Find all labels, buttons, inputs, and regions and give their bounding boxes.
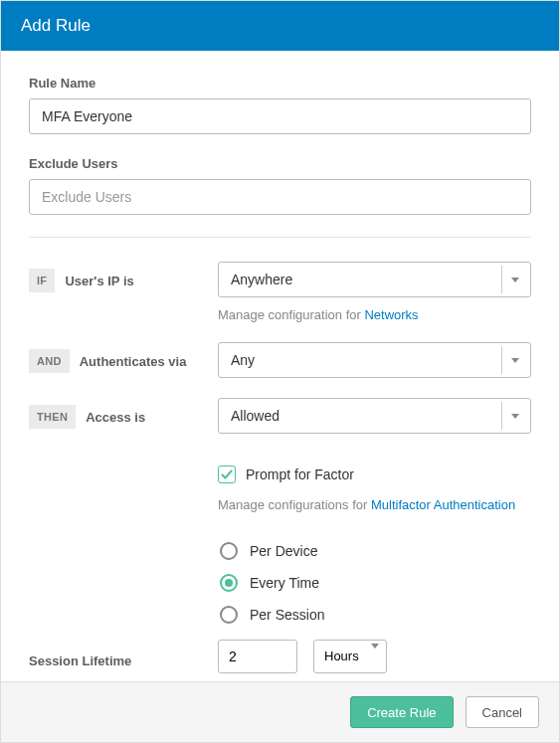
- networks-link[interactable]: Networks: [364, 307, 418, 322]
- if-label: User's IP is: [65, 274, 133, 288]
- condition-and-row: AND Authenticates via Any: [29, 342, 531, 378]
- then-label: Access is: [86, 410, 145, 425]
- condition-then-row: THEN Access is Allowed: [29, 398, 531, 434]
- mfa-helper: Manage configurations for Multifactor Au…: [218, 497, 531, 512]
- exclude-users-field: Exclude Users: [29, 156, 531, 215]
- rule-name-label: Rule Name: [29, 76, 531, 91]
- divider: [29, 237, 531, 238]
- session-lifetime-input[interactable]: [218, 640, 297, 673]
- cancel-button[interactable]: Cancel: [466, 696, 539, 728]
- if-tag: IF: [29, 269, 55, 292]
- then-tag: THEN: [29, 405, 76, 429]
- prompt-frequency-group: Per Device Every Time Per Session: [220, 542, 531, 624]
- radio-icon: [220, 574, 238, 592]
- radio-icon: [220, 542, 238, 560]
- user-ip-select[interactable]: Anywhere: [218, 262, 531, 297]
- networks-helper: Manage configuration for Networks: [218, 307, 531, 322]
- rule-name-input[interactable]: [29, 98, 531, 134]
- mfa-link[interactable]: Multifactor Authentication: [371, 497, 515, 512]
- create-rule-button[interactable]: Create Rule: [350, 696, 453, 728]
- dialog-title: Add Rule: [21, 16, 91, 35]
- dialog-header: Add Rule: [1, 1, 559, 51]
- checkmark-icon: [221, 468, 233, 480]
- and-tag: AND: [29, 349, 70, 373]
- exclude-users-label: Exclude Users: [29, 156, 531, 171]
- and-label: Authenticates via: [80, 354, 187, 369]
- session-lifetime-row: Session Lifetime Hours: [29, 640, 531, 673]
- prompt-factor-row: Prompt for Factor Manage configurations …: [29, 440, 531, 512]
- radio-per-device[interactable]: Per Device: [220, 542, 531, 560]
- prompt-factor-label: Prompt for Factor: [246, 466, 354, 482]
- prompt-factor-checkbox[interactable]: [218, 465, 236, 483]
- session-lifetime-unit-select[interactable]: Hours: [313, 640, 387, 673]
- auth-via-select[interactable]: Any: [218, 342, 531, 378]
- dialog-body: Rule Name Exclude Users IF User's IP is …: [1, 51, 559, 703]
- session-lifetime-label: Session Lifetime: [29, 653, 131, 668]
- prompt-frequency-row: Per Device Every Time Per Session: [29, 518, 531, 624]
- dialog-footer: Create Rule Cancel: [1, 681, 559, 742]
- radio-every-time[interactable]: Every Time: [220, 574, 531, 592]
- radio-icon: [220, 606, 238, 624]
- condition-if-row: IF User's IP is Anywhere Manage configur…: [29, 262, 531, 322]
- rule-name-field: Rule Name: [29, 76, 531, 134]
- exclude-users-input[interactable]: [29, 179, 531, 215]
- radio-per-session[interactable]: Per Session: [220, 606, 531, 624]
- access-select[interactable]: Allowed: [218, 398, 531, 434]
